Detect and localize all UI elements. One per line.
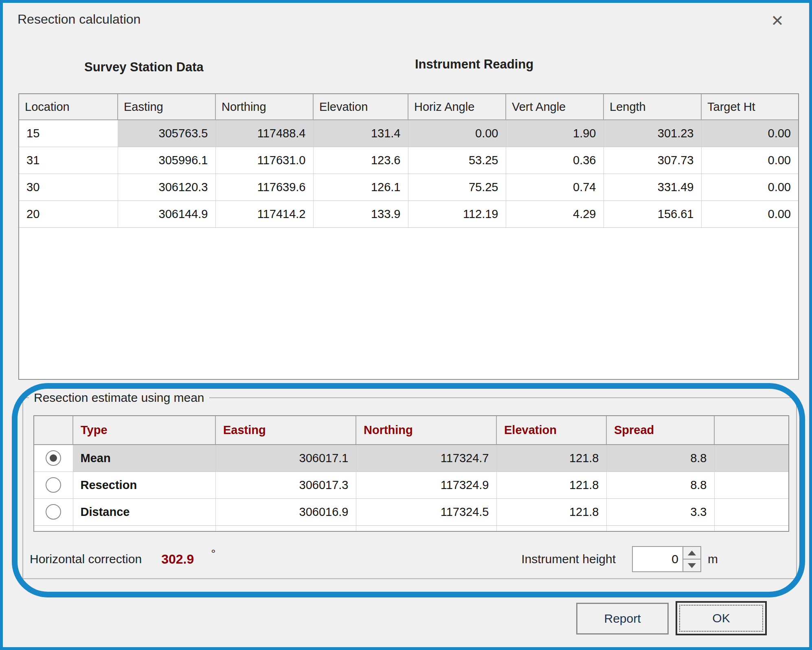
instrument-height-input[interactable]: [633, 547, 683, 571]
estimate-cell[interactable]: 121.8: [496, 472, 606, 498]
resection-estimate-groupbox: Resection estimate using mean TypeEastin…: [22, 391, 797, 579]
station-cell[interactable]: 117488.4: [215, 120, 313, 147]
radio-cell: [34, 498, 73, 525]
station-cell[interactable]: 112.19: [408, 201, 506, 227]
meters-unit-label: m: [708, 552, 718, 566]
station-cell[interactable]: 301.23: [604, 120, 701, 147]
est-col-easting: Easting: [215, 416, 356, 445]
station-cell[interactable]: 305763.5: [118, 120, 215, 147]
horizontal-correction-value: 302.9: [161, 552, 194, 567]
radio-button-distance[interactable]: [46, 504, 61, 520]
estimate-cell[interactable]: 306017.3: [215, 472, 356, 498]
groupbox-label: Resection estimate using mean: [29, 391, 209, 405]
instrument-reading-header: Instrument Reading: [415, 57, 533, 72]
station-cell[interactable]: 0.00: [701, 201, 798, 227]
filler-cell: [606, 525, 714, 531]
est-col-northing: Northing: [356, 416, 496, 445]
station-row[interactable]: 31305996.1117631.0123.653.250.36307.730.…: [19, 147, 798, 174]
station-cell[interactable]: 133.9: [313, 201, 408, 227]
station-cell[interactable]: 123.6: [313, 147, 408, 174]
survey-station-data-header: Survey Station Data: [84, 60, 204, 75]
filler-cell: [34, 525, 73, 531]
station-cell[interactable]: 156.61: [604, 201, 701, 227]
filler-cell: [714, 472, 788, 498]
instrument-height-spinner: [632, 546, 701, 572]
filler-cell: [73, 525, 215, 531]
station-row[interactable]: 15305763.5117488.4131.40.001.90301.230.0…: [19, 120, 798, 147]
estimate-cell[interactable]: 306017.1: [215, 445, 356, 472]
station-cell[interactable]: 0.74: [506, 174, 604, 201]
main-col-location: Location: [19, 94, 118, 120]
estimate-cell[interactable]: 8.8: [606, 445, 714, 472]
up-arrow-icon: [688, 551, 696, 555]
location-cell[interactable]: 20: [19, 201, 118, 227]
main-col-elevation: Elevation: [313, 94, 408, 120]
radio-cell: [34, 445, 73, 472]
degree-symbol: °: [211, 547, 215, 560]
report-button[interactable]: Report: [576, 603, 669, 635]
spinner-up-button[interactable]: [683, 547, 700, 560]
estimate-row-mean[interactable]: Mean306017.1117324.7121.88.8: [34, 445, 788, 472]
station-cell[interactable]: 0.36: [506, 147, 604, 174]
station-row[interactable]: 20306144.9117414.2133.9112.194.29156.610…: [19, 201, 798, 227]
station-cell[interactable]: 306120.3: [118, 174, 215, 201]
main-col-horiz-angle: Horiz Angle: [408, 94, 506, 120]
instrument-height-group: Instrument height m: [521, 546, 718, 572]
main-col-length: Length: [604, 94, 701, 120]
station-cell[interactable]: 305996.1: [118, 147, 215, 174]
ok-button[interactable]: OK: [676, 601, 767, 635]
station-row[interactable]: 30306120.3117639.6126.175.250.74331.490.…: [19, 174, 798, 201]
location-cell[interactable]: 31: [19, 147, 118, 174]
filler-cell: [496, 525, 606, 531]
location-cell[interactable]: 15: [19, 120, 118, 147]
type-cell[interactable]: Distance: [73, 498, 215, 525]
estimate-cell[interactable]: 3.3: [606, 498, 714, 525]
station-cell[interactable]: 117414.2: [215, 201, 313, 227]
radio-button-resection[interactable]: [46, 477, 61, 493]
type-cell[interactable]: Resection: [73, 472, 215, 498]
down-arrow-icon: [688, 563, 696, 568]
station-cell[interactable]: 75.25: [408, 174, 506, 201]
close-icon[interactable]: ✕: [767, 10, 788, 31]
station-cell[interactable]: 131.4: [313, 120, 408, 147]
station-cell[interactable]: 4.29: [506, 201, 604, 227]
station-cell[interactable]: 53.25: [408, 147, 506, 174]
estimate-row-resection[interactable]: Resection306017.3117324.9121.88.8: [34, 472, 788, 498]
station-cell[interactable]: 0.00: [408, 120, 506, 147]
type-cell[interactable]: Mean: [73, 445, 215, 472]
est-col-filler: [714, 416, 788, 445]
filler-cell: [714, 445, 788, 472]
station-cell[interactable]: 0.00: [701, 120, 798, 147]
estimate-cell[interactable]: 8.8: [606, 472, 714, 498]
estimate-cell[interactable]: 121.8: [496, 445, 606, 472]
station-cell[interactable]: 117639.6: [215, 174, 313, 201]
estimate-row-distance[interactable]: Distance306016.9117324.5121.83.3: [34, 498, 788, 525]
main-col-easting: Easting: [118, 94, 215, 120]
station-cell[interactable]: 0.00: [701, 147, 798, 174]
station-cell[interactable]: 331.49: [604, 174, 701, 201]
spinner-down-button[interactable]: [683, 560, 700, 571]
est-col-spread: Spread: [606, 416, 714, 445]
filler-cell: [215, 525, 356, 531]
estimate-filler-row: [34, 525, 788, 531]
estimate-table: TypeEastingNorthingElevationSpread Mean3…: [33, 415, 789, 532]
estimate-cell[interactable]: 117324.5: [356, 498, 496, 525]
radio-button-mean[interactable]: [46, 450, 61, 466]
station-cell[interactable]: 117631.0: [215, 147, 313, 174]
main-col-target-ht: Target Ht: [701, 94, 798, 120]
station-cell[interactable]: 306144.9: [118, 201, 215, 227]
estimate-cell[interactable]: 117324.9: [356, 472, 496, 498]
station-cell[interactable]: 0.00: [701, 174, 798, 201]
estimate-cell[interactable]: 121.8: [496, 498, 606, 525]
radio-cell: [34, 472, 73, 498]
estimate-table-header-row: TypeEastingNorthingElevationSpread: [34, 416, 788, 445]
est-col-elevation: Elevation: [496, 416, 606, 445]
estimate-cell[interactable]: 306016.9: [215, 498, 356, 525]
station-cell[interactable]: 307.73: [604, 147, 701, 174]
horizontal-correction-label: Horizontal correction: [30, 552, 142, 566]
station-cell[interactable]: 126.1: [313, 174, 408, 201]
location-cell[interactable]: 30: [19, 174, 118, 201]
est-col-type: Type: [73, 416, 215, 445]
estimate-cell[interactable]: 117324.7: [356, 445, 496, 472]
station-cell[interactable]: 1.90: [506, 120, 604, 147]
